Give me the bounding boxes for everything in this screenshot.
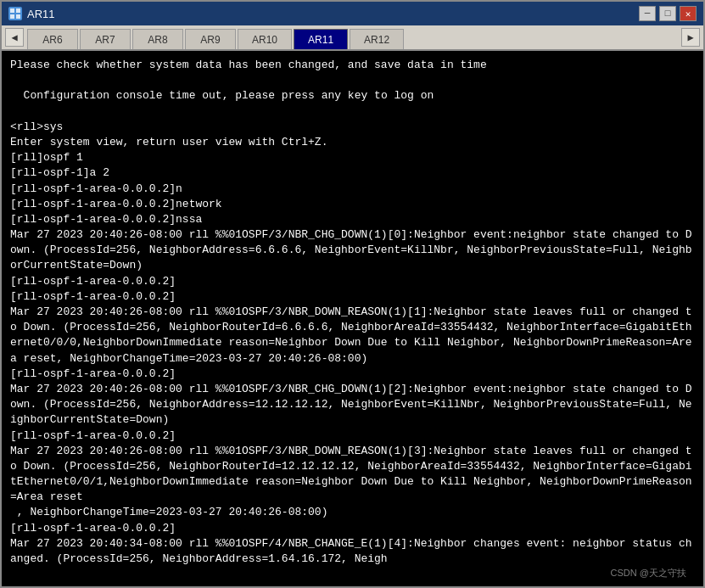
app-icon bbox=[8, 7, 22, 20]
tab-ar11[interactable]: AR11 bbox=[294, 29, 348, 49]
tab-next-button[interactable]: ▶ bbox=[681, 28, 700, 47]
tab-ar6[interactable]: AR6 bbox=[27, 29, 78, 49]
svg-rect-2 bbox=[10, 14, 14, 19]
window-title: AR11 bbox=[27, 8, 55, 20]
tab-bar: ◀ AR6 AR7 AR8 AR9 AR10 AR11 AR12 ▶ bbox=[2, 25, 703, 51]
svg-rect-0 bbox=[10, 8, 14, 13]
tab-ar10[interactable]: AR10 bbox=[238, 29, 292, 49]
tab-prev-button[interactable]: ◀ bbox=[5, 28, 24, 47]
terminal-wrapper: Please check whether system data has bee… bbox=[2, 51, 703, 586]
tab-ar7[interactable]: AR7 bbox=[80, 29, 131, 49]
tabs-container: AR6 AR7 AR8 AR9 AR10 AR11 AR12 bbox=[24, 25, 681, 49]
maximize-button[interactable]: □ bbox=[659, 6, 676, 21]
title-bar-left: AR11 bbox=[8, 7, 55, 20]
tab-ar8[interactable]: AR8 bbox=[132, 29, 183, 49]
minimize-button[interactable]: ─ bbox=[639, 6, 656, 21]
tab-ar9[interactable]: AR9 bbox=[185, 29, 236, 49]
terminal-output[interactable]: Please check whether system data has bee… bbox=[2, 51, 703, 586]
watermark: CSDN @天之守扶 bbox=[611, 567, 686, 580]
close-button[interactable]: ✕ bbox=[680, 6, 697, 21]
window-controls: ─ □ ✕ bbox=[639, 6, 697, 21]
tab-ar12[interactable]: AR12 bbox=[350, 29, 404, 49]
main-window: AR11 ─ □ ✕ ◀ AR6 AR7 AR8 AR9 AR10 AR11 A… bbox=[0, 0, 705, 588]
title-bar: AR11 ─ □ ✕ bbox=[2, 2, 703, 25]
svg-rect-1 bbox=[16, 8, 20, 13]
svg-rect-3 bbox=[16, 14, 20, 19]
